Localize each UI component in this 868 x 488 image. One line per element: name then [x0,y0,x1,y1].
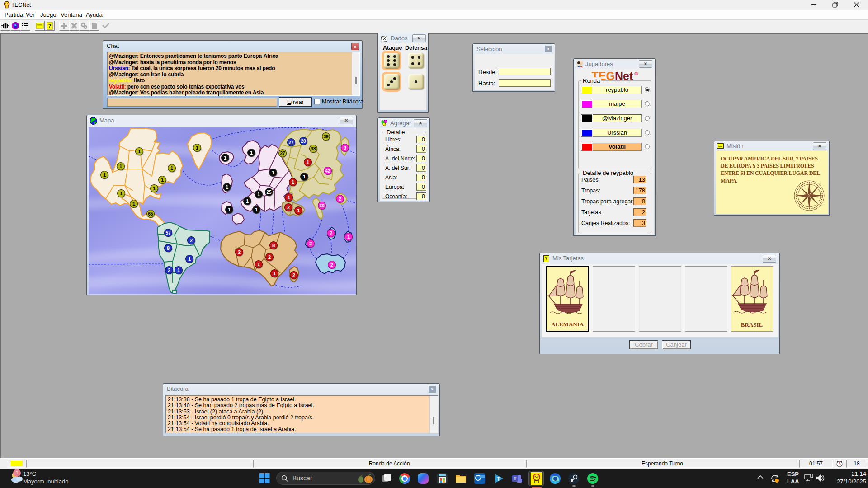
svg-text:1: 1 [103,172,106,178]
svg-text:1: 1 [120,191,123,196]
svg-text:?: ? [48,23,52,28]
svg-text:1: 1 [292,179,294,185]
svg-text:2: 2 [330,262,333,267]
svg-text:1: 1 [170,165,173,171]
svg-text:2: 2 [238,249,241,255]
svg-text:65: 65 [148,211,153,216]
svg-text:27: 27 [280,151,285,156]
svg-text:2: 2 [292,272,295,278]
svg-text:2: 2 [330,230,332,236]
svg-text:1: 1 [297,208,300,213]
svg-text:1: 1 [177,267,180,273]
svg-text:1: 1 [228,207,231,212]
svg-text:1: 1 [257,192,260,197]
svg-text:1: 1 [255,207,258,212]
svg-text:42: 42 [325,169,330,174]
svg-text:1: 1 [303,174,306,179]
svg-text:1: 1 [153,186,156,191]
svg-text:57: 57 [165,230,171,235]
svg-text:1: 1 [246,198,249,204]
svg-text:2: 2 [287,205,290,210]
svg-text:1: 1 [132,201,135,206]
svg-text:2: 2 [309,241,312,246]
svg-text:38: 38 [311,146,316,151]
svg-text:27: 27 [288,140,294,145]
svg-text:9: 9 [344,145,346,150]
svg-text:25: 25 [266,190,272,195]
svg-text:1: 1 [250,150,253,155]
svg-text:1: 1 [196,145,198,150]
svg-text:2: 2 [168,267,170,273]
svg-text:1: 1 [273,271,276,276]
svg-text:2: 2 [190,238,193,243]
svg-text:20: 20 [301,139,306,144]
svg-text:30: 30 [319,203,325,208]
svg-text:1: 1 [224,155,226,160]
svg-text:1: 1 [257,262,260,267]
svg-text:39: 39 [323,134,329,139]
svg-text:1: 1 [272,170,274,175]
svg-text:8: 8 [167,245,170,251]
svg-text:1: 1 [307,160,309,165]
svg-text:T: T [497,475,500,482]
svg-text:2: 2 [268,254,271,260]
svg-text:1: 1 [188,256,191,262]
svg-text:8: 8 [272,243,275,248]
svg-text:1: 1 [119,164,122,169]
svg-text:2: 2 [339,196,341,202]
svg-text:1: 1 [138,149,141,154]
svg-text:1: 1 [347,234,350,239]
svg-text:1: 1 [226,184,228,190]
svg-text:1: 1 [161,177,164,183]
svg-text:1: 1 [288,195,290,200]
